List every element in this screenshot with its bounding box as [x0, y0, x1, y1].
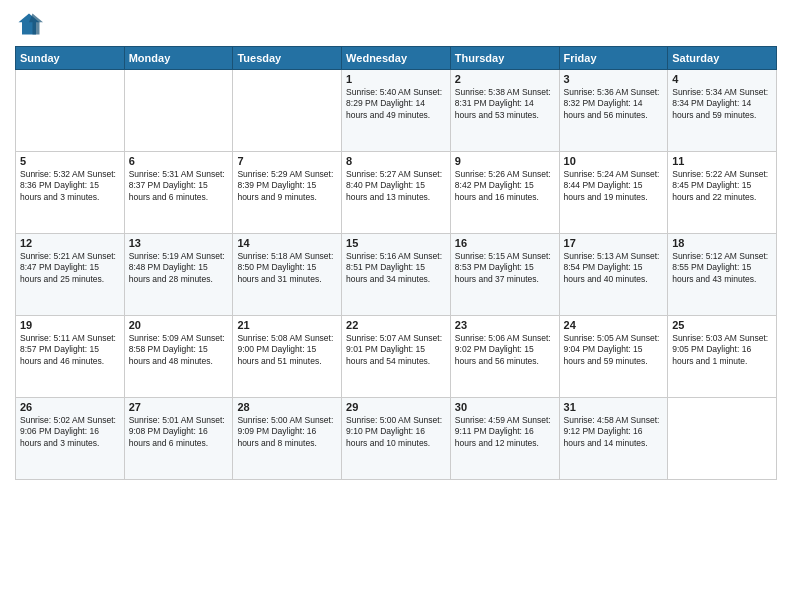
day-cell: 11Sunrise: 5:22 AM Sunset: 8:45 PM Dayli…: [668, 152, 777, 234]
day-content: Sunrise: 5:26 AM Sunset: 8:42 PM Dayligh…: [455, 169, 555, 203]
day-number: 15: [346, 237, 446, 249]
header: [15, 10, 777, 38]
day-cell: [124, 70, 233, 152]
day-content: Sunrise: 5:13 AM Sunset: 8:54 PM Dayligh…: [564, 251, 664, 285]
day-cell: 15Sunrise: 5:16 AM Sunset: 8:51 PM Dayli…: [342, 234, 451, 316]
day-content: Sunrise: 5:18 AM Sunset: 8:50 PM Dayligh…: [237, 251, 337, 285]
col-header-saturday: Saturday: [668, 47, 777, 70]
day-number: 23: [455, 319, 555, 331]
day-number: 5: [20, 155, 120, 167]
day-content: Sunrise: 4:58 AM Sunset: 9:12 PM Dayligh…: [564, 415, 664, 449]
day-cell: 23Sunrise: 5:06 AM Sunset: 9:02 PM Dayli…: [450, 316, 559, 398]
day-content: Sunrise: 5:05 AM Sunset: 9:04 PM Dayligh…: [564, 333, 664, 367]
day-cell: 31Sunrise: 4:58 AM Sunset: 9:12 PM Dayli…: [559, 398, 668, 480]
day-cell: 1Sunrise: 5:40 AM Sunset: 8:29 PM Daylig…: [342, 70, 451, 152]
col-header-wednesday: Wednesday: [342, 47, 451, 70]
day-content: Sunrise: 5:02 AM Sunset: 9:06 PM Dayligh…: [20, 415, 120, 449]
day-cell: 8Sunrise: 5:27 AM Sunset: 8:40 PM Daylig…: [342, 152, 451, 234]
day-cell: 20Sunrise: 5:09 AM Sunset: 8:58 PM Dayli…: [124, 316, 233, 398]
col-header-monday: Monday: [124, 47, 233, 70]
day-number: 6: [129, 155, 229, 167]
day-number: 8: [346, 155, 446, 167]
day-number: 17: [564, 237, 664, 249]
day-cell: 28Sunrise: 5:00 AM Sunset: 9:09 PM Dayli…: [233, 398, 342, 480]
col-header-friday: Friday: [559, 47, 668, 70]
day-content: Sunrise: 5:40 AM Sunset: 8:29 PM Dayligh…: [346, 87, 446, 121]
day-number: 4: [672, 73, 772, 85]
logo-icon: [15, 10, 43, 38]
day-number: 25: [672, 319, 772, 331]
day-cell: 10Sunrise: 5:24 AM Sunset: 8:44 PM Dayli…: [559, 152, 668, 234]
day-cell: 26Sunrise: 5:02 AM Sunset: 9:06 PM Dayli…: [16, 398, 125, 480]
day-content: Sunrise: 5:06 AM Sunset: 9:02 PM Dayligh…: [455, 333, 555, 367]
day-number: 27: [129, 401, 229, 413]
day-number: 2: [455, 73, 555, 85]
day-cell: 17Sunrise: 5:13 AM Sunset: 8:54 PM Dayli…: [559, 234, 668, 316]
day-cell: 6Sunrise: 5:31 AM Sunset: 8:37 PM Daylig…: [124, 152, 233, 234]
day-number: 9: [455, 155, 555, 167]
calendar-container: SundayMondayTuesdayWednesdayThursdayFrid…: [0, 0, 792, 490]
day-number: 26: [20, 401, 120, 413]
day-number: 28: [237, 401, 337, 413]
day-content: Sunrise: 5:11 AM Sunset: 8:57 PM Dayligh…: [20, 333, 120, 367]
day-content: Sunrise: 5:38 AM Sunset: 8:31 PM Dayligh…: [455, 87, 555, 121]
day-content: Sunrise: 5:01 AM Sunset: 9:08 PM Dayligh…: [129, 415, 229, 449]
day-cell: 24Sunrise: 5:05 AM Sunset: 9:04 PM Dayli…: [559, 316, 668, 398]
day-content: Sunrise: 5:12 AM Sunset: 8:55 PM Dayligh…: [672, 251, 772, 285]
day-cell: 18Sunrise: 5:12 AM Sunset: 8:55 PM Dayli…: [668, 234, 777, 316]
day-cell: 16Sunrise: 5:15 AM Sunset: 8:53 PM Dayli…: [450, 234, 559, 316]
day-number: 7: [237, 155, 337, 167]
calendar-table: SundayMondayTuesdayWednesdayThursdayFrid…: [15, 46, 777, 480]
day-cell: 7Sunrise: 5:29 AM Sunset: 8:39 PM Daylig…: [233, 152, 342, 234]
day-cell: 3Sunrise: 5:36 AM Sunset: 8:32 PM Daylig…: [559, 70, 668, 152]
day-cell: 25Sunrise: 5:03 AM Sunset: 9:05 PM Dayli…: [668, 316, 777, 398]
day-cell: 13Sunrise: 5:19 AM Sunset: 8:48 PM Dayli…: [124, 234, 233, 316]
day-cell: 27Sunrise: 5:01 AM Sunset: 9:08 PM Dayli…: [124, 398, 233, 480]
day-number: 29: [346, 401, 446, 413]
day-content: Sunrise: 5:07 AM Sunset: 9:01 PM Dayligh…: [346, 333, 446, 367]
day-content: Sunrise: 5:19 AM Sunset: 8:48 PM Dayligh…: [129, 251, 229, 285]
day-cell: 29Sunrise: 5:00 AM Sunset: 9:10 PM Dayli…: [342, 398, 451, 480]
day-content: Sunrise: 4:59 AM Sunset: 9:11 PM Dayligh…: [455, 415, 555, 449]
day-number: 1: [346, 73, 446, 85]
col-header-thursday: Thursday: [450, 47, 559, 70]
day-content: Sunrise: 5:32 AM Sunset: 8:36 PM Dayligh…: [20, 169, 120, 203]
day-content: Sunrise: 5:36 AM Sunset: 8:32 PM Dayligh…: [564, 87, 664, 121]
day-number: 12: [20, 237, 120, 249]
day-number: 22: [346, 319, 446, 331]
day-number: 3: [564, 73, 664, 85]
day-content: Sunrise: 5:09 AM Sunset: 8:58 PM Dayligh…: [129, 333, 229, 367]
day-content: Sunrise: 5:27 AM Sunset: 8:40 PM Dayligh…: [346, 169, 446, 203]
day-cell: [16, 70, 125, 152]
day-content: Sunrise: 5:34 AM Sunset: 8:34 PM Dayligh…: [672, 87, 772, 121]
day-cell: 9Sunrise: 5:26 AM Sunset: 8:42 PM Daylig…: [450, 152, 559, 234]
col-header-sunday: Sunday: [16, 47, 125, 70]
day-cell: 21Sunrise: 5:08 AM Sunset: 9:00 PM Dayli…: [233, 316, 342, 398]
day-content: Sunrise: 5:15 AM Sunset: 8:53 PM Dayligh…: [455, 251, 555, 285]
day-content: Sunrise: 5:31 AM Sunset: 8:37 PM Dayligh…: [129, 169, 229, 203]
week-row-3: 19Sunrise: 5:11 AM Sunset: 8:57 PM Dayli…: [16, 316, 777, 398]
day-content: Sunrise: 5:03 AM Sunset: 9:05 PM Dayligh…: [672, 333, 772, 367]
day-content: Sunrise: 5:00 AM Sunset: 9:09 PM Dayligh…: [237, 415, 337, 449]
day-cell: 19Sunrise: 5:11 AM Sunset: 8:57 PM Dayli…: [16, 316, 125, 398]
day-number: 14: [237, 237, 337, 249]
day-cell: 5Sunrise: 5:32 AM Sunset: 8:36 PM Daylig…: [16, 152, 125, 234]
day-content: Sunrise: 5:00 AM Sunset: 9:10 PM Dayligh…: [346, 415, 446, 449]
day-cell: [668, 398, 777, 480]
day-number: 18: [672, 237, 772, 249]
day-number: 31: [564, 401, 664, 413]
day-content: Sunrise: 5:08 AM Sunset: 9:00 PM Dayligh…: [237, 333, 337, 367]
week-row-2: 12Sunrise: 5:21 AM Sunset: 8:47 PM Dayli…: [16, 234, 777, 316]
day-number: 11: [672, 155, 772, 167]
week-row-4: 26Sunrise: 5:02 AM Sunset: 9:06 PM Dayli…: [16, 398, 777, 480]
day-number: 20: [129, 319, 229, 331]
day-number: 21: [237, 319, 337, 331]
day-cell: 4Sunrise: 5:34 AM Sunset: 8:34 PM Daylig…: [668, 70, 777, 152]
day-content: Sunrise: 5:22 AM Sunset: 8:45 PM Dayligh…: [672, 169, 772, 203]
day-cell: 14Sunrise: 5:18 AM Sunset: 8:50 PM Dayli…: [233, 234, 342, 316]
day-number: 13: [129, 237, 229, 249]
day-number: 24: [564, 319, 664, 331]
day-number: 16: [455, 237, 555, 249]
logo: [15, 10, 47, 38]
week-row-1: 5Sunrise: 5:32 AM Sunset: 8:36 PM Daylig…: [16, 152, 777, 234]
